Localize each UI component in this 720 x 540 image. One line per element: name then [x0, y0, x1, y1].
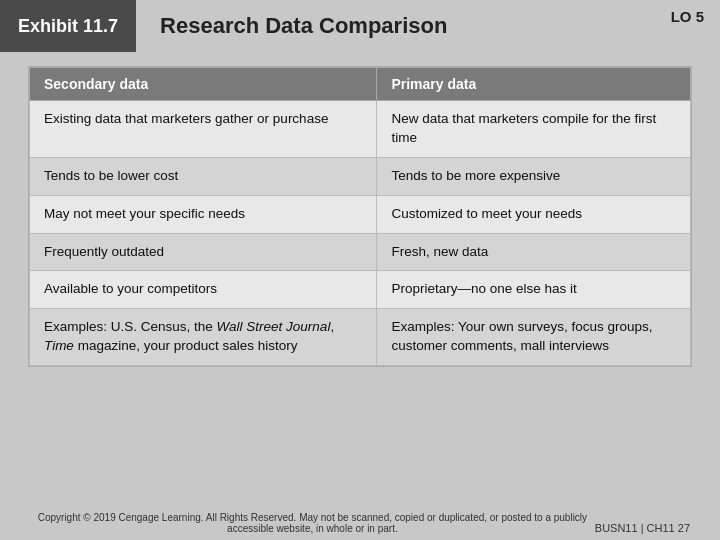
examples-text-plain: Examples: U.S. Census, the [44, 319, 217, 334]
table-row: Tends to be lower cost Tends to be more … [30, 157, 691, 195]
examples-text-italic-time: Time [44, 338, 74, 353]
col-header-primary: Primary data [377, 68, 691, 101]
table-cell: New data that marketers compile for the … [377, 101, 691, 158]
examples-text-italic-wsj: Wall Street Journal [217, 319, 331, 334]
examples-text-end: magazine, your product sales history [74, 338, 298, 353]
table-row: May not meet your specific needs Customi… [30, 195, 691, 233]
footer-copyright: Copyright © 2019 Cengage Learning. All R… [30, 512, 595, 534]
table-cell: Fresh, new data [377, 233, 691, 271]
header-bar: Exhibit 11.7 Research Data Comparison [0, 0, 720, 52]
table-cell: Frequently outdated [30, 233, 377, 271]
footer: Copyright © 2019 Cengage Learning. All R… [0, 512, 720, 534]
examples-text-comma: , [330, 319, 334, 334]
table-cell-examples-primary: Examples: Your own surveys, focus groups… [377, 309, 691, 366]
table-row: Examples: U.S. Census, the Wall Street J… [30, 309, 691, 366]
table-header-row: Secondary data Primary data [30, 68, 691, 101]
table-cell: Tends to be more expensive [377, 157, 691, 195]
table-container: Secondary data Primary data Existing dat… [28, 66, 692, 367]
comparison-table: Secondary data Primary data Existing dat… [29, 67, 691, 366]
table-cell: Existing data that marketers gather or p… [30, 101, 377, 158]
table-cell: Available to your competitors [30, 271, 377, 309]
page: LO 5 Exhibit 11.7 Research Data Comparis… [0, 0, 720, 540]
table-row: Available to your competitors Proprietar… [30, 271, 691, 309]
table-cell-examples-secondary: Examples: U.S. Census, the Wall Street J… [30, 309, 377, 366]
header-title: Research Data Comparison [136, 0, 471, 52]
col-header-secondary: Secondary data [30, 68, 377, 101]
table-cell: Tends to be lower cost [30, 157, 377, 195]
lo-label: LO 5 [671, 8, 704, 25]
table-cell: May not meet your specific needs [30, 195, 377, 233]
footer-page: BUSN11 | CH11 27 [595, 522, 690, 534]
table-row: Frequently outdated Fresh, new data [30, 233, 691, 271]
table-cell: Customized to meet your needs [377, 195, 691, 233]
exhibit-badge: Exhibit 11.7 [0, 0, 136, 52]
table-cell: Proprietary—no one else has it [377, 271, 691, 309]
table-row: Existing data that marketers gather or p… [30, 101, 691, 158]
